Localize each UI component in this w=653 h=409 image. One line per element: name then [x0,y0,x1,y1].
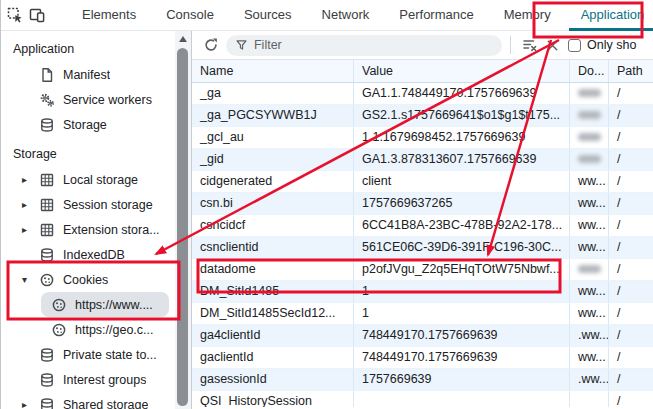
only-show-issues-label: Only sho [587,38,636,52]
table-row[interactable]: csnclientid561CE06C-39D6-391F-C196-30C..… [192,237,653,259]
funnel-icon [235,38,248,52]
blurred-domain [578,155,601,163]
grid-icon [39,197,55,213]
sidebar-item-label: Shared storage [63,398,148,409]
sidebar-item-label: Storage [63,118,107,132]
only-show-issues-checkbox[interactable] [568,39,581,52]
table-row[interactable]: _gcl_au1.1.1679698452.1757669639/ [192,127,653,149]
column-header-name[interactable]: Name [192,60,354,82]
sidebar-item-interest-groups[interactable]: Interest groups [1,367,175,392]
cookie-name-cell: _ga_PGCSYWWB1J [192,105,354,126]
cookie-path-cell: / [609,149,653,170]
tab-sources[interactable]: Sources [229,0,307,31]
sidebar-item-label: Session storage [63,198,153,212]
scrollbar-thumb[interactable] [177,48,188,406]
cookie-domain-cell: ww... [570,347,609,368]
column-header-value[interactable]: Value [354,60,570,82]
table-row[interactable]: ga4clientId748449170.1757669639.ww.../ [192,325,653,347]
table-row[interactable]: _gaGA1.1.748449170.1757669639/ [192,83,653,105]
sidebar-scrollbar[interactable] [175,31,191,409]
cookie-path-cell: / [609,83,653,104]
table-header-row: NameValueDo...Path [192,60,653,83]
triangle-right-icon[interactable]: ▸ [17,399,39,409]
table-row[interactable]: cidgeneratedclientww.../ [192,171,653,193]
cookie-value-cell: 748449170.1757669639 [354,347,570,368]
sidebar-item-https-geo-c[interactable]: https://geo.c... [1,317,175,342]
table-row[interactable]: csn.bi1757669637265ww.../ [192,193,653,215]
tab-console[interactable]: Console [151,0,229,31]
triangle-right-icon[interactable]: ▸ [17,224,39,235]
table-row[interactable]: datadomep2ofJVgu_Z2q5EHqTOtW75Nbwf.../ [192,259,653,281]
column-header-do[interactable]: Do... [570,60,609,82]
triangle-right-icon[interactable]: ▸ [17,174,39,185]
table-row[interactable]: gasessionId1757669639.ww.../ [192,369,653,391]
filter-box [226,35,502,56]
table-row[interactable]: _ga_PGCSYWWB1JGS2.1.s1757669641$o1$g1$t1… [192,105,653,127]
blurred-domain [578,133,601,141]
sidebar-item-cookies[interactable]: ▾Cookies [1,267,175,292]
cookie-name-cell: csncidcf [192,215,354,236]
table-row[interactable]: QSI_HistorySession/ [192,391,653,407]
sidebar-item-label: Extension stora... [63,223,160,237]
cookie-domain-cell: .ww... [570,325,609,346]
sidebar-section-storage: Storage [1,137,175,167]
cookie-name-cell: csn.bi [192,193,354,214]
sidebar-item-service-workers[interactable]: Service workers [1,87,175,112]
scroll-up-icon[interactable] [179,36,187,42]
cookie-path-cell: / [609,259,653,280]
triangle-right-icon[interactable]: ▸ [17,199,39,210]
sidebar-item-local-storage[interactable]: ▸Local storage [1,167,175,192]
tab-network[interactable]: Network [307,0,385,31]
cookie-domain-cell [570,105,609,126]
table-row[interactable]: _gidGA1.3.878313607.1757669639/ [192,149,653,171]
triangle-down-icon[interactable]: ▾ [17,274,39,285]
tab-strip: ElementsConsoleSourcesNetworkPerformance… [67,0,653,31]
clear-list-icon[interactable] [519,34,541,56]
tab-application[interactable]: Application [566,0,653,31]
cookie-value-cell: 1757669637265 [354,193,570,214]
cookie-value-cell: 1 [354,281,570,302]
cookie-name-cell: _ga [192,83,354,104]
x-icon[interactable] [541,34,563,56]
inspect-element-icon[interactable] [7,3,23,27]
cookie-path-cell: / [609,281,653,302]
sidebar-item-shared-storage[interactable]: ▸Shared storage [1,392,175,409]
cookie-domain-cell [570,391,609,407]
table-row[interactable]: gaclientId748449170.1757669639ww.../ [192,347,653,369]
cookie-domain-cell: ww... [570,281,609,302]
cookie-name-cell: ga4clientId [192,325,354,346]
grid-icon [39,172,55,188]
sidebar-item-manifest[interactable]: Manifest [1,62,175,87]
sidebar-item-indexeddb[interactable]: IndexedDB [1,242,175,267]
table-row[interactable]: csncidcf6CC41B8A-23BC-478B-92A2-178...ww… [192,215,653,237]
grid-icon [39,222,55,238]
cookie-domain-cell: ww... [570,237,609,258]
device-toolbar-icon[interactable] [29,3,45,27]
cookie-name-cell: DM_SitId1485SecId12... [192,303,354,324]
cookie-value-cell: client [354,171,570,192]
column-header-path[interactable]: Path [609,60,653,82]
sidebar-item-extension-stora[interactable]: ▸Extension stora... [1,217,175,242]
cookie-value-cell: 561CE06C-39D6-391F-C196-30C... [354,237,570,258]
sidebar-item-session-storage[interactable]: ▸Session storage [1,192,175,217]
sidebar-item-https-www[interactable]: https://www.... [41,292,169,317]
gears-icon [39,92,55,108]
sidebar-item-storage[interactable]: Storage [1,112,175,137]
tab-performance[interactable]: Performance [384,0,488,31]
cookie-value-cell: 1.1.1679698452.1757669639 [354,127,570,148]
cookie-domain-cell: ww... [570,193,609,214]
table-row[interactable]: DM_SitId14851ww.../ [192,281,653,303]
tab-elements[interactable]: Elements [67,0,151,31]
cookie-icon [39,272,55,288]
cookie-path-cell: / [609,369,653,390]
refresh-icon[interactable] [200,34,222,56]
tab-memory[interactable]: Memory [489,0,566,31]
blurred-domain [578,111,601,119]
table-row[interactable]: DM_SitId1485SecId12...1ww.../ [192,303,653,325]
cookies-table: NameValueDo...Path _gaGA1.1.748449170.17… [192,60,653,409]
cookie-value-cell: GA1.1.748449170.1757669639 [354,83,570,104]
database-icon [39,397,55,409]
filter-input[interactable] [254,38,493,52]
sidebar-item-private-state-to[interactable]: Private state to... [1,342,175,367]
cookie-value-cell: 1757669639 [354,369,570,390]
